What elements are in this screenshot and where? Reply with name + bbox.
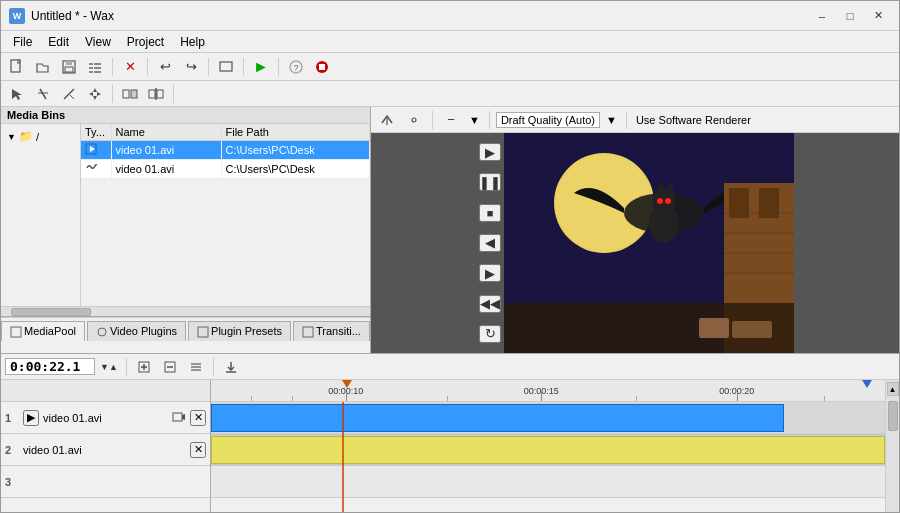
svg-rect-33 [198,327,208,337]
vscroll-up-button[interactable]: ▲ [887,382,899,396]
tab-videoplugins[interactable]: Video Plugins [87,321,186,341]
folder-icon: 📁 [19,130,33,143]
track-row-2[interactable] [211,434,885,466]
track-row-1[interactable] [211,402,885,434]
add-track-button[interactable] [132,356,156,378]
sep2 [147,58,148,76]
delete-button[interactable]: ✕ [118,56,142,78]
svg-rect-56 [732,321,772,338]
track1-clip[interactable] [211,404,784,432]
preview-area: ▶ ❚❚ ■ ◀ ▶ ◀◀ ↻ [371,133,899,353]
ripple-tool-button[interactable] [118,83,142,105]
track-row-3 [211,466,885,498]
svg-rect-14 [319,64,325,70]
open-button[interactable] [31,56,55,78]
menu-file[interactable]: File [5,33,40,51]
quality-dropdown[interactable]: Draft Quality (Auto) [496,112,600,128]
svg-rect-27 [157,90,163,98]
preview-settings-button[interactable] [402,109,426,131]
svg-rect-3 [65,67,73,72]
track-name-1: video 01.avi [43,412,168,424]
zoom-out-button[interactable]: − [439,109,463,131]
svg-rect-2 [66,61,72,65]
track1-expand-button[interactable]: ▶ [23,410,39,426]
menu-help[interactable]: Help [172,33,213,51]
undo-button[interactable]: ↩ [153,56,177,78]
minimize-button[interactable]: – [809,6,835,26]
track2-clip[interactable] [211,436,885,464]
cut-tool-button[interactable] [31,83,55,105]
svg-rect-8 [94,67,101,69]
maximize-button[interactable]: □ [837,6,863,26]
media-row-1[interactable]: video 01.avi C:\Users\PC\Desk [81,160,370,179]
roll-tool-button[interactable] [144,83,168,105]
razor-tool-button[interactable] [57,83,81,105]
menu-view[interactable]: View [77,33,119,51]
timeline-ruler[interactable]: 00:00:10 00:00:15 00:00:20 [211,380,885,402]
bin-item-root[interactable]: ▼ 📁 / [5,128,76,145]
vscroll-track [887,396,899,513]
tab-transitions[interactable]: Transiti... [293,321,370,341]
properties-button[interactable] [83,56,107,78]
timecode-display: 0:00:22.1 [5,358,95,375]
collapse-icon: ▼ [7,132,16,142]
media-scrollbar-h[interactable] [1,306,370,316]
svg-marker-15 [12,89,22,100]
sep3 [208,58,209,76]
pause-button[interactable]: ❚❚ [479,173,501,191]
timeline-toolbar: 0:00:22.1 ▼▲ [1,354,899,380]
sep5 [278,58,279,76]
render-button[interactable]: ► [249,56,273,78]
col-type: Ty... [81,124,111,141]
timeline-export-button[interactable] [219,356,243,378]
track-num-3: 3 [5,476,19,488]
track-settings-button[interactable] [184,356,208,378]
left-tabs: MediaPool Video Plugins Plugin Presets T… [1,317,370,341]
remove-track-button[interactable] [158,356,182,378]
row0-name: video 01.avi [111,141,221,160]
next-frame-button[interactable]: ▶ [479,264,501,282]
track-rows [211,402,885,513]
new-button[interactable] [5,56,29,78]
to-start-button[interactable]: ◀◀ [479,295,501,313]
media-scroll-thumb[interactable] [11,308,91,316]
media-row-0[interactable]: video 01.avi C:\Users\PC\Desk [81,141,370,160]
preview-export-button[interactable] [375,109,399,131]
preview-window-button[interactable] [214,56,238,78]
preview-panel: − ▼ Draft Quality (Auto) ▼ Use Software … [371,107,899,353]
stop-render-button[interactable] [310,56,334,78]
move-tool-button[interactable] [83,83,107,105]
svg-line-16 [40,89,46,99]
help-button[interactable]: ? [284,56,308,78]
svg-rect-6 [89,71,93,73]
tl-sep1 [126,358,127,376]
toolbar2 [1,81,899,107]
row1-name: video 01.avi [111,160,221,179]
track-vscrollbar[interactable]: ▲ ▼ [885,380,899,513]
vscroll-thumb[interactable] [888,401,898,431]
app-icon: W [9,8,25,24]
toolbar1: ✕ ↩ ↪ ► ? [1,53,899,81]
bins-tree: ▼ 📁 / [1,124,81,306]
close-button[interactable]: ✕ [865,6,891,26]
stop-button[interactable]: ■ [479,204,501,222]
track-area: 00:00:10 00:00:15 00:00:20 [211,380,885,513]
track2-close-button[interactable]: ✕ [190,442,206,458]
menu-edit[interactable]: Edit [40,33,77,51]
redo-button[interactable]: ↪ [179,56,203,78]
zoom-dropdown[interactable]: ▼ [466,114,483,126]
media-list[interactable]: Ty... Name File Path video 01.avi [81,124,370,306]
play-button[interactable]: ▶ [479,143,501,161]
tab-pluginpresets[interactable]: Plugin Presets [188,321,291,341]
timecode-settings-button[interactable]: ▼▲ [97,356,121,378]
prev-frame-button[interactable]: ◀ [479,234,501,252]
svg-rect-25 [131,90,137,98]
arrow-tool-button[interactable] [5,83,29,105]
menu-project[interactable]: Project [119,33,172,51]
svg-marker-22 [89,92,93,96]
tab-mediapool[interactable]: MediaPool [1,321,85,341]
save-button[interactable] [57,56,81,78]
loop-button[interactable]: ↻ [479,325,501,343]
svg-rect-34 [303,327,313,337]
track1-close-button[interactable]: ✕ [190,410,206,426]
